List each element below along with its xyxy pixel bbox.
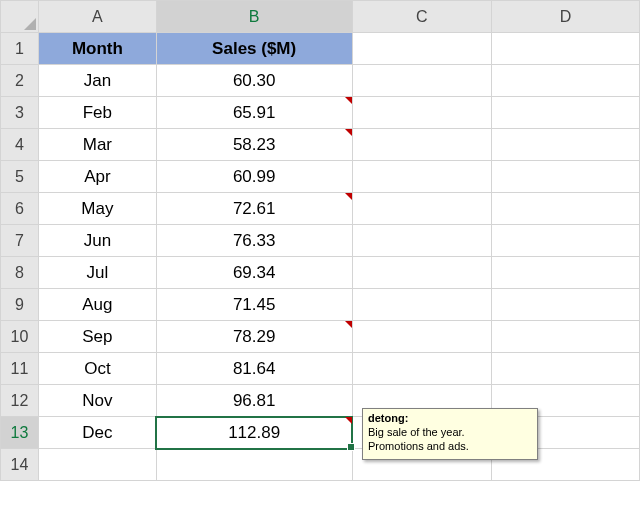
cell-D3[interactable] bbox=[492, 97, 640, 129]
cell-D9[interactable] bbox=[492, 289, 640, 321]
cell-A11[interactable]: Oct bbox=[38, 353, 156, 385]
cell-C2[interactable] bbox=[352, 65, 492, 97]
cell-A6[interactable]: May bbox=[38, 193, 156, 225]
row-header-13[interactable]: 13 bbox=[1, 417, 39, 449]
cell-B4[interactable]: 58.23 bbox=[156, 129, 352, 161]
cell-A10[interactable]: Sep bbox=[38, 321, 156, 353]
cell-B11[interactable]: 81.64 bbox=[156, 353, 352, 385]
cell-B6[interactable]: 72.61 bbox=[156, 193, 352, 225]
row-header-7[interactable]: 7 bbox=[1, 225, 39, 257]
cell-A12[interactable]: Nov bbox=[38, 385, 156, 417]
cell-C4[interactable] bbox=[352, 129, 492, 161]
row-header-1[interactable]: 1 bbox=[1, 33, 39, 65]
cell-B9[interactable]: 71.45 bbox=[156, 289, 352, 321]
cell-A5[interactable]: Apr bbox=[38, 161, 156, 193]
cell-D8[interactable] bbox=[492, 257, 640, 289]
cell-B7[interactable]: 76.33 bbox=[156, 225, 352, 257]
cell-A9[interactable]: Aug bbox=[38, 289, 156, 321]
cell-C6[interactable] bbox=[352, 193, 492, 225]
cell-C10[interactable] bbox=[352, 321, 492, 353]
cell-B12[interactable]: 96.81 bbox=[156, 385, 352, 417]
col-header-D[interactable]: D bbox=[492, 1, 640, 33]
cell-C5[interactable] bbox=[352, 161, 492, 193]
comment-tooltip: detong: Big sale of the year. Promotions… bbox=[362, 408, 538, 460]
row-header-14[interactable]: 14 bbox=[1, 449, 39, 481]
cell-A14[interactable] bbox=[38, 449, 156, 481]
col-header-C[interactable]: C bbox=[352, 1, 492, 33]
spreadsheet-grid[interactable]: A B C D 1 Month Sales ($M) 2 Jan 60.30 3… bbox=[0, 0, 640, 481]
cell-A8[interactable]: Jul bbox=[38, 257, 156, 289]
cell-B13[interactable]: 112.89 bbox=[156, 417, 352, 449]
row-header-3[interactable]: 3 bbox=[1, 97, 39, 129]
cell-D11[interactable] bbox=[492, 353, 640, 385]
col-header-A[interactable]: A bbox=[38, 1, 156, 33]
cell-B14[interactable] bbox=[156, 449, 352, 481]
cell-C3[interactable] bbox=[352, 97, 492, 129]
cell-C1[interactable] bbox=[352, 33, 492, 65]
cell-A1[interactable]: Month bbox=[38, 33, 156, 65]
cell-D2[interactable] bbox=[492, 65, 640, 97]
cell-A3[interactable]: Feb bbox=[38, 97, 156, 129]
cell-C9[interactable] bbox=[352, 289, 492, 321]
comment-author: detong: bbox=[368, 412, 408, 424]
row-header-8[interactable]: 8 bbox=[1, 257, 39, 289]
cell-A4[interactable]: Mar bbox=[38, 129, 156, 161]
cell-B8[interactable]: 69.34 bbox=[156, 257, 352, 289]
cell-C11[interactable] bbox=[352, 353, 492, 385]
row-header-9[interactable]: 9 bbox=[1, 289, 39, 321]
row-header-6[interactable]: 6 bbox=[1, 193, 39, 225]
cell-B1[interactable]: Sales ($M) bbox=[156, 33, 352, 65]
cell-D6[interactable] bbox=[492, 193, 640, 225]
cell-A2[interactable]: Jan bbox=[38, 65, 156, 97]
cell-D5[interactable] bbox=[492, 161, 640, 193]
col-header-B[interactable]: B bbox=[156, 1, 352, 33]
cell-D4[interactable] bbox=[492, 129, 640, 161]
row-header-12[interactable]: 12 bbox=[1, 385, 39, 417]
row-header-10[interactable]: 10 bbox=[1, 321, 39, 353]
svg-marker-0 bbox=[24, 18, 36, 30]
cell-C8[interactable] bbox=[352, 257, 492, 289]
row-header-4[interactable]: 4 bbox=[1, 129, 39, 161]
comment-body-line1: Big sale of the year. bbox=[368, 426, 465, 438]
cell-D1[interactable] bbox=[492, 33, 640, 65]
cell-B2[interactable]: 60.30 bbox=[156, 65, 352, 97]
row-header-2[interactable]: 2 bbox=[1, 65, 39, 97]
select-all-corner[interactable] bbox=[1, 1, 39, 33]
cell-D7[interactable] bbox=[492, 225, 640, 257]
cell-A13[interactable]: Dec bbox=[38, 417, 156, 449]
row-header-11[interactable]: 11 bbox=[1, 353, 39, 385]
cell-D10[interactable] bbox=[492, 321, 640, 353]
cell-A7[interactable]: Jun bbox=[38, 225, 156, 257]
cell-B10[interactable]: 78.29 bbox=[156, 321, 352, 353]
cell-B5[interactable]: 60.99 bbox=[156, 161, 352, 193]
row-header-5[interactable]: 5 bbox=[1, 161, 39, 193]
cell-B3[interactable]: 65.91 bbox=[156, 97, 352, 129]
cell-C7[interactable] bbox=[352, 225, 492, 257]
comment-body-line2: Promotions and ads. bbox=[368, 440, 469, 452]
